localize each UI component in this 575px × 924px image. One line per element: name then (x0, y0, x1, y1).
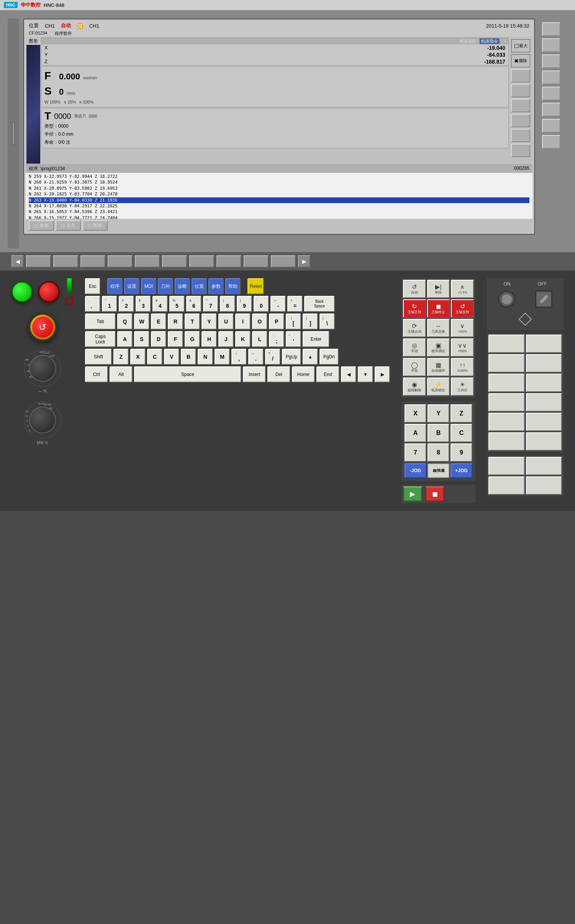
jog-minus-btn[interactable]: -JOG (405, 463, 426, 478)
sidebar-btn-5[interactable] (511, 129, 530, 142)
key-params[interactable]: 参数 (208, 278, 224, 294)
key-left-arrow[interactable]: ◀ (341, 366, 356, 382)
key-down-arrow[interactable]: ▼ (358, 366, 373, 382)
speed-knob-body[interactable] (29, 355, 56, 382)
power-off-btn[interactable]: ◼ (425, 486, 444, 502)
extra-btn-7[interactable] (488, 393, 525, 412)
edge-btn-3[interactable] (542, 54, 560, 68)
sidebar-btn-6[interactable] (511, 144, 530, 157)
key-n[interactable]: N (198, 349, 213, 365)
xyz-btn-a[interactable]: A (405, 424, 426, 442)
key-4[interactable]: ¥ 4 (152, 296, 168, 312)
key-3[interactable]: $ 3 (136, 296, 151, 312)
key-y[interactable]: Y (201, 313, 217, 330)
ctrl-btn-x1f0[interactable]: ∧ ×1 F0 (451, 280, 474, 298)
red-button[interactable] (38, 281, 59, 302)
key-z[interactable]: Z (113, 349, 129, 365)
key-m[interactable]: M (215, 349, 230, 365)
sidebar-btn-1[interactable] (511, 69, 530, 82)
key-5[interactable]: % 5 (169, 296, 185, 312)
key-r[interactable]: R (168, 313, 183, 330)
edge-btn-6[interactable] (542, 103, 560, 117)
key-b[interactable]: B (181, 349, 196, 365)
key-settings[interactable]: 设置 (124, 278, 139, 294)
key-w[interactable]: W (134, 313, 149, 330)
key-period[interactable]: ＞ . (248, 349, 264, 365)
key-quote[interactable]: " ' (286, 331, 301, 347)
xyz-btn-7[interactable]: 7 (405, 443, 426, 462)
key-lbracket[interactable]: ｛ [ (286, 313, 301, 330)
fkey-btn-5[interactable] (135, 255, 160, 268)
btn-clear[interactable]: ✖ 撤除 (511, 54, 530, 67)
ctrl-btn-tool-change[interactable]: ↔ 刀具交换 (427, 319, 450, 337)
key-backspace[interactable]: Back Space (304, 296, 335, 312)
ctrl-btn-work-light[interactable]: ☀ 工作灯 (451, 377, 474, 396)
key-end[interactable]: End (316, 366, 339, 382)
sidebar-btn-4[interactable] (511, 114, 530, 127)
edge-btn-7[interactable] (542, 119, 560, 133)
ctrl-btn-x100[interactable]: ↑↑ ×100% (451, 358, 474, 376)
key-6[interactable]: & 6 (186, 296, 201, 312)
fkey-btn-9[interactable] (244, 255, 269, 268)
feed-knob-body[interactable] (29, 407, 56, 433)
extra-btn-12[interactable] (526, 432, 562, 451)
key-0[interactable]: ' 0 (254, 296, 269, 312)
key-v[interactable]: V (164, 349, 179, 365)
ctrl-btn-single[interactable]: ▶| 单段 (427, 280, 450, 298)
extra-btn-6[interactable] (526, 374, 562, 392)
edge-btn-4[interactable] (542, 71, 560, 84)
key-c[interactable]: C (147, 349, 162, 365)
xyz-btn-y[interactable]: Y (428, 404, 449, 423)
extra-btn-11[interactable] (488, 432, 525, 451)
key-tool-comp[interactable]: 刀补 (158, 278, 173, 294)
speed-knob[interactable]: 100 110 120 80 70 60 50 (23, 349, 62, 387)
key-caps-lock[interactable]: Caps Lock (85, 331, 116, 347)
edge-btn-8[interactable] (542, 135, 560, 149)
ctrl-btn-handwheel[interactable]: ◯ 手轮 (403, 358, 426, 376)
green-button[interactable] (11, 281, 33, 302)
fkey-btn-7[interactable] (189, 255, 214, 268)
key-minus[interactable]: — - (270, 296, 286, 312)
key-backtick[interactable]: 、 、 (85, 296, 100, 312)
key-2[interactable]: # 2 (119, 296, 134, 312)
key-d[interactable]: D (151, 331, 166, 347)
fkey-btn-10[interactable] (271, 255, 296, 268)
key-u[interactable]: U (218, 313, 234, 330)
edge-btn-2[interactable] (542, 38, 560, 52)
fkey-btn-3[interactable] (80, 255, 105, 268)
key-q[interactable]: Q (117, 313, 133, 330)
key-position[interactable]: 位置 (192, 278, 207, 294)
ctrl-btn-x25[interactable]: ∨ ×25% (451, 319, 474, 337)
key-alt[interactable]: Alt (110, 366, 133, 382)
fkey-btn-1[interactable] (26, 255, 51, 268)
key-o[interactable]: O (252, 313, 267, 330)
key-9[interactable]: ) 9 (237, 296, 252, 312)
key-help[interactable]: 帮助 (225, 278, 241, 294)
xyz-btn-9[interactable]: 9 (450, 443, 472, 462)
xyz-btn-8[interactable]: 8 (428, 443, 449, 462)
ctrl-btn-spindle-fwd[interactable]: ↻ 主轴正转 (403, 299, 426, 318)
key-7[interactable]: * 7 (203, 296, 218, 312)
jog-plus-btn[interactable]: +JOG (450, 463, 472, 478)
key-switch[interactable] (535, 290, 552, 308)
key-h[interactable]: H (201, 331, 217, 347)
tab-coord[interactable]: ◻ 坐标 (29, 220, 54, 231)
key-comma[interactable]: ＜ , (231, 349, 247, 365)
key-x[interactable]: X (130, 349, 146, 365)
sidebar-btn-2[interactable] (511, 84, 530, 97)
key-enter[interactable]: Enter (303, 331, 329, 347)
key-1[interactable]: " 1 (102, 296, 117, 312)
power-switch-on[interactable] (498, 290, 515, 308)
ctrl-btn-auto-cycle[interactable]: ▦ 自动循环 (427, 358, 450, 376)
xyz-btn-x[interactable]: X (405, 404, 426, 423)
tab-graph[interactable]: ◻ 图形 (82, 220, 108, 231)
key-slash[interactable]: ? / (265, 349, 280, 365)
fkey-btn-4[interactable] (108, 255, 133, 268)
ctrl-btn-machine-lock[interactable]: ⚡ 机床锁住 (427, 377, 450, 396)
extra-btn-8[interactable] (526, 393, 562, 412)
ctrl-btn-auto[interactable]: ↺ 自动 (403, 280, 426, 298)
extra-btn-10[interactable] (526, 413, 562, 431)
ctrl-btn-spindle-jog[interactable]: ⟳ 主轴点动 (403, 319, 426, 337)
extra-btn-5[interactable] (488, 374, 525, 392)
key-pgdn[interactable]: PgDn (319, 349, 339, 365)
